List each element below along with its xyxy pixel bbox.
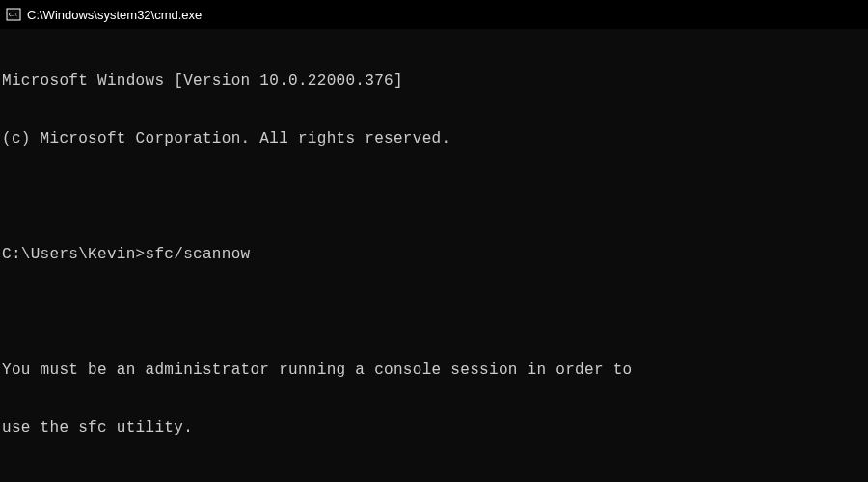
console-output[interactable]: Microsoft Windows [Version 10.0.22000.37… (0, 29, 868, 482)
version-text: Microsoft Windows [Version 10.0.22000.37… (2, 71, 866, 91)
window-title: C:\Windows\system32\cmd.exe (27, 8, 202, 22)
copyright-text: (c) Microsoft Corporation. All rights re… (2, 129, 866, 148)
svg-text:C:\: C:\ (9, 11, 17, 18)
error-text-line-1: You must be an administrator running a c… (2, 361, 866, 380)
blank-line (2, 476, 866, 482)
command-text: sfc/scannow (146, 246, 251, 263)
error-text-line-2: use the sfc utility. (2, 418, 866, 438)
cmd-window: C:\ C:\Windows\system32\cmd.exe Microsof… (0, 0, 868, 482)
prompt-path: C:\Users\Kevin> (2, 246, 146, 263)
cmd-icon: C:\ (6, 7, 21, 22)
blank-line (2, 187, 866, 206)
blank-line (2, 303, 866, 322)
prompt-line-1: C:\Users\Kevin>sfc/scannow (2, 245, 866, 264)
titlebar[interactable]: C:\ C:\Windows\system32\cmd.exe (0, 0, 868, 29)
